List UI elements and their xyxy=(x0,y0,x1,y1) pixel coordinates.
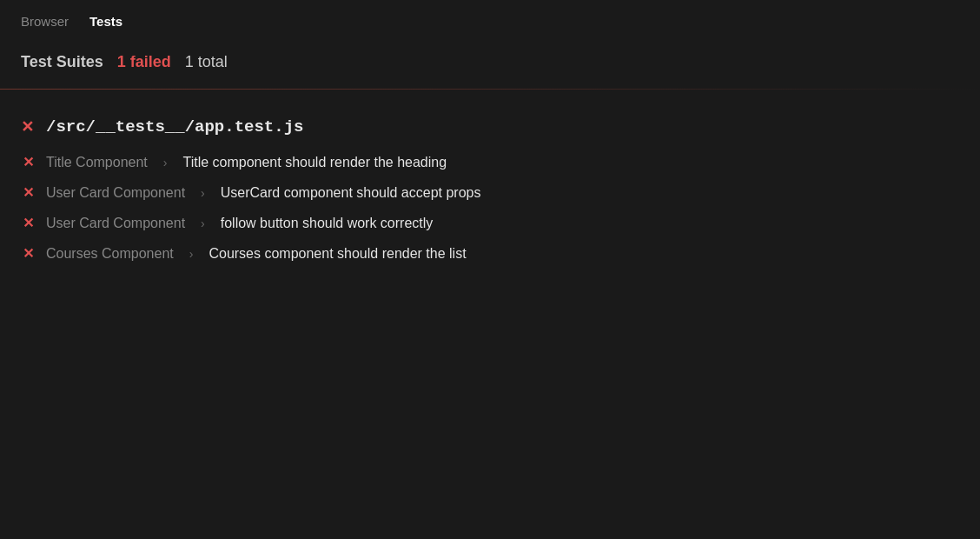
test-row: ✕ Title Component › Title component shou… xyxy=(21,154,959,170)
test-fail-icon-2: ✕ xyxy=(23,184,34,201)
test-suite-name-2: User Card Component xyxy=(46,185,185,201)
total-count: 1 total xyxy=(185,53,228,71)
tests-tab[interactable]: Tests xyxy=(89,14,122,29)
test-suites-bar: Test Suites 1 failed 1 total xyxy=(0,43,980,89)
test-fail-icon-4: ✕ xyxy=(23,245,34,262)
browser-tab[interactable]: Browser xyxy=(21,14,69,29)
chevron-icon-2: › xyxy=(201,186,205,200)
test-row: ✕ User Card Component › follow button sh… xyxy=(21,215,959,231)
test-results: ✕ /src/__tests__/app.test.js ✕ Title Com… xyxy=(0,110,980,283)
file-row: ✕ /src/__tests__/app.test.js xyxy=(21,117,959,136)
failed-count: 1 failed xyxy=(117,53,171,71)
top-bar: Browser Tests xyxy=(0,0,980,43)
test-name-4: Courses component should render the list xyxy=(209,246,466,262)
test-row: ✕ User Card Component › UserCard compone… xyxy=(21,184,959,201)
chevron-icon-4: › xyxy=(189,247,194,261)
test-suites-label: Test Suites xyxy=(21,53,103,71)
chevron-icon-3: › xyxy=(201,216,205,230)
divider xyxy=(0,89,980,90)
test-name-2: UserCard component should accept props xyxy=(221,185,481,201)
test-name-3: follow button should work correctly xyxy=(221,216,434,231)
chevron-icon-1: › xyxy=(163,156,168,170)
test-suite-name-3: User Card Component xyxy=(46,216,185,231)
test-row: ✕ Courses Component › Courses component … xyxy=(21,245,959,262)
test-suite-name-4: Courses Component xyxy=(46,246,174,262)
test-fail-icon-1: ✕ xyxy=(23,154,34,170)
file-fail-icon: ✕ xyxy=(21,117,34,136)
test-name-1: Title component should render the headin… xyxy=(182,155,447,170)
file-path: /src/__tests__/app.test.js xyxy=(46,117,303,136)
test-suite-name-1: Title Component xyxy=(46,155,148,170)
test-fail-icon-3: ✕ xyxy=(23,215,34,231)
